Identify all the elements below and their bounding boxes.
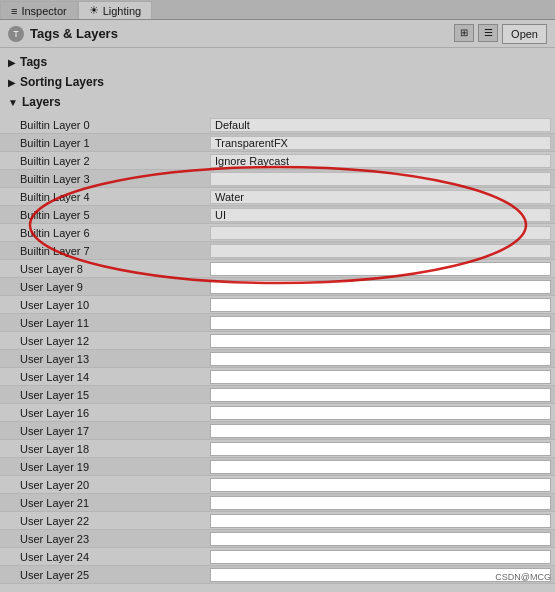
- layer-value[interactable]: Water: [210, 190, 551, 204]
- layer-value[interactable]: [210, 550, 551, 564]
- sorting-layers-arrow: ▶: [8, 77, 16, 88]
- layer-name: User Layer 22: [0, 515, 210, 527]
- layer-name: Builtin Layer 6: [0, 227, 210, 239]
- layer-row: User Layer 8: [0, 260, 555, 278]
- layer-value[interactable]: [210, 226, 551, 240]
- title-bar: T Tags & Layers ⊞ ☰ Open: [0, 20, 555, 48]
- layer-row: User Layer 24: [0, 548, 555, 566]
- layer-name: User Layer 11: [0, 317, 210, 329]
- layers-label: Layers: [22, 95, 61, 109]
- layer-value[interactable]: [210, 280, 551, 294]
- layer-name: User Layer 25: [0, 569, 210, 581]
- layer-row: Builtin Layer 4 Water: [0, 188, 555, 206]
- layer-value[interactable]: [210, 406, 551, 420]
- layer-name: User Layer 18: [0, 443, 210, 455]
- layer-value[interactable]: [210, 370, 551, 384]
- layers-content: Builtin Layer 0 Default Builtin Layer 1 …: [0, 116, 555, 584]
- layer-row: User Layer 16: [0, 404, 555, 422]
- panel-title: Tags & Layers: [30, 26, 118, 41]
- layer-name: Builtin Layer 4: [0, 191, 210, 203]
- layer-value[interactable]: Ignore Raycast: [210, 154, 551, 168]
- layer-row: User Layer 9: [0, 278, 555, 296]
- menu-icon-button[interactable]: ☰: [478, 24, 498, 42]
- layer-row: Builtin Layer 6: [0, 224, 555, 242]
- layer-row: User Layer 12: [0, 332, 555, 350]
- layer-name: User Layer 24: [0, 551, 210, 563]
- layer-row: User Layer 10: [0, 296, 555, 314]
- layer-row: Builtin Layer 7: [0, 242, 555, 260]
- layer-value[interactable]: [210, 460, 551, 474]
- layer-value[interactable]: [210, 514, 551, 528]
- layer-row: Builtin Layer 0 Default: [0, 116, 555, 134]
- layer-row: Builtin Layer 5 UI: [0, 206, 555, 224]
- user-layers-container: User Layer 8User Layer 9User Layer 10Use…: [0, 260, 555, 584]
- layer-row: User Layer 19: [0, 458, 555, 476]
- sorting-layers-section-header[interactable]: ▶ Sorting Layers: [0, 72, 555, 92]
- layer-value[interactable]: [210, 352, 551, 366]
- layer-value[interactable]: TransparentFX: [210, 136, 551, 150]
- layer-name: Builtin Layer 5: [0, 209, 210, 221]
- tab-inspector-label: Inspector: [21, 5, 66, 17]
- menu-icon: ☰: [484, 27, 493, 38]
- layer-value[interactable]: [210, 244, 551, 258]
- layer-name: User Layer 17: [0, 425, 210, 437]
- layer-name: User Layer 21: [0, 497, 210, 509]
- layer-name: User Layer 12: [0, 335, 210, 347]
- layer-value[interactable]: [210, 424, 551, 438]
- tab-bar: ≡ Inspector ☀ Lighting: [0, 0, 555, 20]
- layer-row: User Layer 25: [0, 566, 555, 584]
- layers-section-header[interactable]: ▼ Layers: [0, 92, 555, 112]
- layer-name: User Layer 19: [0, 461, 210, 473]
- layer-row: User Layer 17: [0, 422, 555, 440]
- tags-section-header[interactable]: ▶ Tags: [0, 52, 555, 72]
- layer-name: User Layer 13: [0, 353, 210, 365]
- layer-value[interactable]: [210, 172, 551, 186]
- tab-inspector[interactable]: ≡ Inspector: [0, 1, 78, 19]
- layer-name: User Layer 15: [0, 389, 210, 401]
- layer-row: User Layer 23: [0, 530, 555, 548]
- layer-row: Builtin Layer 2 Ignore Raycast: [0, 152, 555, 170]
- layer-value[interactable]: [210, 316, 551, 330]
- grid-icon: ⊞: [460, 27, 468, 38]
- layer-row: User Layer 11: [0, 314, 555, 332]
- title-icon: T: [8, 26, 24, 42]
- layer-row: User Layer 13: [0, 350, 555, 368]
- layer-value[interactable]: [210, 298, 551, 312]
- layer-value[interactable]: [210, 442, 551, 456]
- layer-row: User Layer 20: [0, 476, 555, 494]
- layer-value[interactable]: [210, 496, 551, 510]
- layer-name: Builtin Layer 2: [0, 155, 210, 167]
- layer-name: Builtin Layer 1: [0, 137, 210, 149]
- tab-lighting-label: Lighting: [103, 5, 142, 17]
- layer-name: Builtin Layer 3: [0, 173, 210, 185]
- lighting-icon: ☀: [89, 4, 99, 17]
- layers-arrow: ▼: [8, 97, 18, 108]
- layer-value[interactable]: UI: [210, 208, 551, 222]
- layer-value[interactable]: [210, 532, 551, 546]
- sorting-layers-label: Sorting Layers: [20, 75, 104, 89]
- layer-row: Builtin Layer 1 TransparentFX: [0, 134, 555, 152]
- tab-lighting[interactable]: ☀ Lighting: [78, 1, 153, 19]
- layer-value[interactable]: Default: [210, 118, 551, 132]
- layer-name: Builtin Layer 7: [0, 245, 210, 257]
- layer-name: Builtin Layer 0: [0, 119, 210, 131]
- watermark: CSDN@MCG: [495, 572, 551, 582]
- layer-row: User Layer 15: [0, 386, 555, 404]
- layer-row: User Layer 21: [0, 494, 555, 512]
- layer-row: Builtin Layer 3: [0, 170, 555, 188]
- layer-name: User Layer 23: [0, 533, 210, 545]
- grid-icon-button[interactable]: ⊞: [454, 24, 474, 42]
- layer-value[interactable]: [210, 478, 551, 492]
- layer-name: User Layer 20: [0, 479, 210, 491]
- layer-name: User Layer 9: [0, 281, 210, 293]
- layer-value[interactable]: [210, 262, 551, 276]
- tags-label: Tags: [20, 55, 47, 69]
- tags-arrow: ▶: [8, 57, 16, 68]
- layer-row: User Layer 22: [0, 512, 555, 530]
- layer-value[interactable]: [210, 334, 551, 348]
- layer-value[interactable]: [210, 388, 551, 402]
- open-button[interactable]: Open: [502, 24, 547, 44]
- layer-name: User Layer 8: [0, 263, 210, 275]
- layer-name: User Layer 16: [0, 407, 210, 419]
- layer-name: User Layer 10: [0, 299, 210, 311]
